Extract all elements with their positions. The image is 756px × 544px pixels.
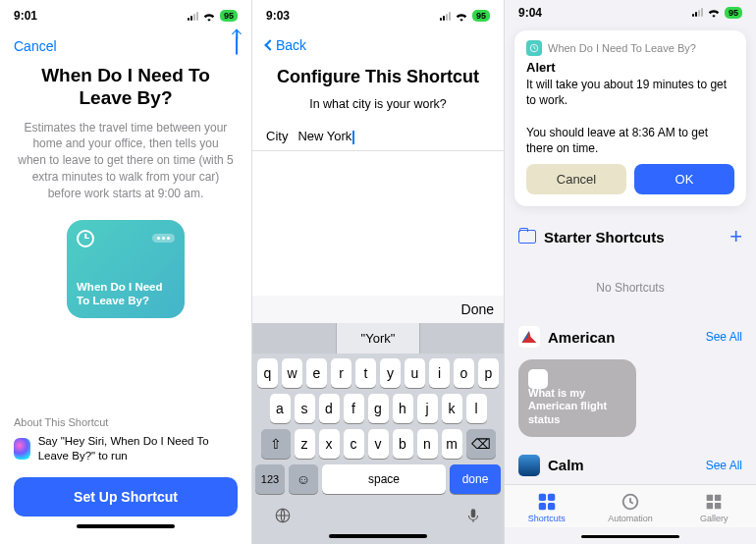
status-time: 9:03	[266, 9, 290, 23]
keyboard-key[interactable]: e	[306, 358, 327, 388]
field-label: City	[266, 129, 288, 144]
empty-label: No Shortcuts	[505, 257, 756, 318]
status-time: 9:01	[14, 9, 37, 23]
keyboard-key[interactable]: o	[454, 358, 474, 388]
keyboard-key[interactable]: i	[429, 358, 450, 388]
more-icon[interactable]	[152, 234, 175, 243]
home-indicator[interactable]	[77, 524, 175, 528]
shortcut-tile[interactable]: When Do I Need To Leave By?	[67, 220, 185, 318]
share-button[interactable]	[236, 37, 238, 55]
keyboard-key[interactable]: r	[331, 358, 351, 388]
page-title: When Do I Need To Leave By?	[0, 65, 251, 120]
suggestion[interactable]	[420, 323, 504, 354]
calm-app-icon	[518, 455, 540, 476]
svg-rect-4	[548, 494, 555, 501]
status-time: 9:04	[518, 6, 542, 20]
keyboard-key[interactable]: z	[295, 429, 315, 459]
keyboard-key[interactable]: h	[393, 394, 413, 423]
status-bar: 9:01 95	[0, 0, 251, 31]
keyboard-key[interactable]: l	[466, 394, 487, 423]
page-title: Configure This Shortcut	[252, 63, 504, 97]
alert-cancel-button[interactable]: Cancel	[526, 164, 626, 194]
suggestion[interactable]	[252, 323, 337, 354]
folder-icon	[518, 230, 536, 244]
tab-shortcuts[interactable]: Shortcuts	[505, 485, 588, 527]
siri-icon	[14, 438, 30, 460]
keyboard-key[interactable]: d	[319, 394, 340, 423]
keyboard-key[interactable]: p	[478, 358, 499, 388]
keyboard-key[interactable]: g	[368, 394, 389, 423]
cellular-icon	[692, 8, 703, 17]
svg-rect-5	[538, 503, 545, 510]
american-app-icon	[518, 326, 540, 348]
add-shortcut-button[interactable]: +	[729, 224, 742, 249]
back-button[interactable]: Back	[266, 37, 306, 53]
keyboard-shift-key[interactable]: ⇧	[261, 429, 291, 459]
mic-icon[interactable]	[464, 507, 482, 524]
alert-message: It will take you about 19 minutes to get…	[526, 77, 734, 156]
app-name: American	[548, 329, 615, 346]
chevron-left-icon	[264, 39, 275, 50]
question-label: In what city is your work?	[252, 97, 504, 111]
keyboard-emoji-key[interactable]: ☺	[289, 464, 318, 494]
see-all-link[interactable]: See All	[706, 459, 742, 472]
keyboard-suggestions[interactable]: "York"	[252, 323, 504, 354]
see-all-link[interactable]: See All	[706, 330, 742, 344]
keyboard-key[interactable]: x	[319, 429, 340, 459]
alert-app-name: When Do I Need To Leave By?	[548, 42, 696, 54]
cancel-button[interactable]: Cancel	[14, 38, 57, 54]
keyboard-123-key[interactable]: 123	[255, 464, 285, 494]
keyboard-key[interactable]: a	[270, 394, 291, 423]
keyboard-key[interactable]: k	[442, 394, 462, 423]
setup-shortcut-button[interactable]: Set Up Shortcut	[14, 477, 238, 517]
keyboard[interactable]: Done "York" qwertyuiop asdfghjkl ⇧zxcvbn…	[252, 296, 504, 544]
status-bar: 9:03 95	[252, 0, 504, 31]
battery-icon: 95	[220, 10, 238, 22]
section-title: Starter Shortcuts	[544, 229, 665, 245]
keyboard-key[interactable]: m	[442, 429, 462, 459]
keyboard-key[interactable]: f	[344, 394, 364, 423]
siri-hint-text: Say "Hey Siri, When Do I Need To Leave B…	[38, 434, 238, 463]
about-heading: About This Shortcut	[14, 416, 238, 428]
tab-automation[interactable]: Automation	[588, 485, 672, 527]
home-indicator[interactable]	[329, 534, 427, 538]
app-name: Calm	[548, 457, 584, 473]
wifi-icon	[707, 7, 721, 18]
keyboard-key[interactable]: s	[295, 394, 315, 423]
keyboard-space-key[interactable]: space	[322, 464, 446, 494]
cellular-icon	[440, 12, 451, 21]
svg-rect-8	[707, 495, 713, 501]
svg-rect-10	[707, 503, 713, 509]
keyboard-key[interactable]: q	[257, 358, 278, 388]
keyboard-key[interactable]: j	[417, 394, 438, 423]
keyboard-key[interactable]: w	[282, 358, 302, 388]
share-icon	[236, 36, 238, 55]
tab-bar: Shortcuts Automation Gallery	[505, 484, 756, 527]
svg-rect-6	[548, 503, 555, 510]
keyboard-key[interactable]: c	[344, 429, 364, 459]
keyboard-done-bar-button[interactable]: Done	[461, 301, 494, 317]
svg-rect-9	[715, 495, 721, 501]
shortcut-detail-screen: 9:01 95 Cancel When Do I Need To Leave B…	[0, 0, 251, 544]
shortcut-tile[interactable]: What is my American flight status	[518, 359, 636, 437]
siri-hint-row: Say "Hey Siri, When Do I Need To Leave B…	[14, 434, 238, 463]
keyboard-delete-key[interactable]: ⌫	[466, 429, 496, 459]
globe-icon[interactable]	[274, 507, 292, 524]
city-input[interactable]: New York	[297, 129, 353, 144]
suggestion[interactable]: "York"	[337, 323, 421, 354]
battery-icon: 95	[472, 10, 490, 22]
keyboard-key[interactable]: v	[368, 429, 389, 459]
keyboard-done-key[interactable]: done	[450, 464, 501, 494]
keyboard-key[interactable]: t	[355, 358, 376, 388]
keyboard-key[interactable]: y	[380, 358, 401, 388]
tab-gallery[interactable]: Gallery	[673, 485, 756, 527]
svg-rect-11	[715, 503, 721, 509]
keyboard-key[interactable]: u	[405, 358, 425, 388]
keyboard-key[interactable]: n	[417, 429, 438, 459]
alert-title: Alert	[526, 60, 734, 75]
battery-icon: 95	[725, 7, 742, 19]
keyboard-key[interactable]: b	[393, 429, 413, 459]
home-indicator[interactable]	[581, 535, 679, 538]
shortcut-tile-label: When Do I Need To Leave By?	[77, 280, 175, 308]
alert-ok-button[interactable]: OK	[634, 164, 734, 194]
